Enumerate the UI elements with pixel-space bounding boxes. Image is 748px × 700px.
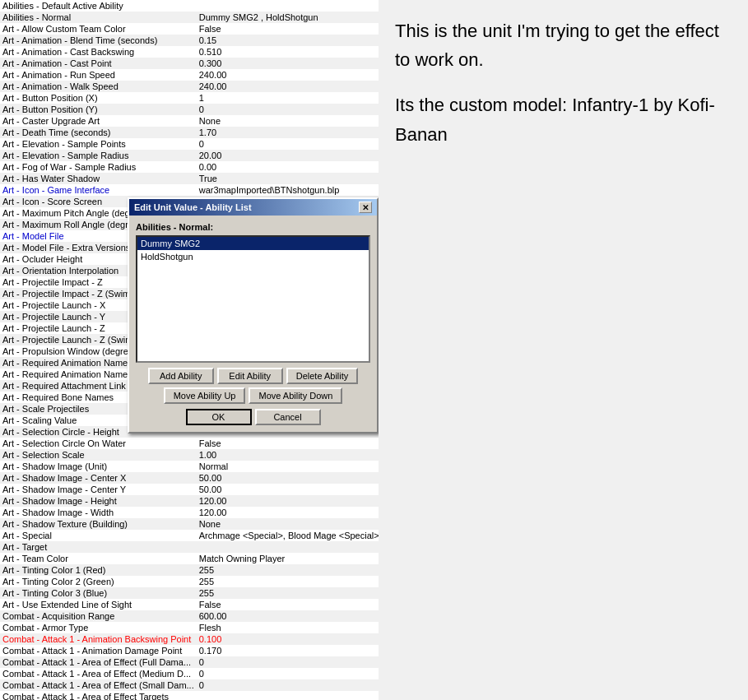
dialog-body: Abilities - Normal: Dummy SMG2HoldShotgu… [129, 216, 377, 432]
right-text-1: This is the unit I'm trying to get the e… [395, 16, 732, 74]
property-value: 0 [197, 138, 379, 150]
property-name: Art - Tinting Color 1 (Red) [0, 564, 197, 576]
property-name: Art - Allow Custom Team Color [0, 23, 197, 35]
table-row: Art - Has Water ShadowTrue [0, 173, 379, 184]
table-row: Combat - Armor TypeFlesh [0, 622, 379, 633]
property-name: Art - Animation - Cast Backswing [0, 46, 197, 58]
property-value: war3mapImported\BTNshotgun.blp [197, 184, 379, 196]
table-row: Art - Animation - Cast Backswing0.510 [0, 46, 379, 58]
table-row: Art - Button Position (Y)0 [0, 104, 379, 115]
property-value: Flesh [197, 622, 379, 633]
property-name: Abilities - Normal [0, 12, 197, 23]
add-ability-button[interactable]: Add Ability [148, 368, 214, 384]
property-name: Art - Selection Circle On Water [0, 438, 197, 449]
property-value: 240.00 [197, 81, 379, 92]
property-value: 1.00 [197, 449, 379, 461]
table-row: Art - Animation - Cast Point0.300 [0, 58, 379, 69]
property-value: 0 [197, 656, 379, 668]
property-value: 255 [197, 564, 379, 576]
property-name: Combat - Attack 1 - Animation Backswing … [0, 633, 197, 645]
table-row: Art - Use Extended Line of SightFalse [0, 599, 379, 610]
table-row: Art - Shadow Texture (Building)None [0, 518, 379, 530]
table-row: Art - Shadow Image - Width120.00 [0, 507, 379, 518]
table-row: Art - Fog of War - Sample Radius0.00 [0, 161, 379, 173]
table-row: Art - Shadow Image - Height120.00 [0, 495, 379, 507]
right-text-2: Its the custom model: Infantry-1 by Kofi… [395, 90, 732, 148]
property-value [197, 541, 379, 553]
property-value: 600.00 [197, 610, 379, 622]
property-name: Art - Animation - Blend Time (seconds) [0, 35, 197, 46]
table-row: Art - Animation - Blend Time (seconds)0.… [0, 35, 379, 46]
property-value: 0 [197, 104, 379, 115]
list-item[interactable]: Dummy SMG2 [137, 237, 369, 250]
table-row: Combat - Attack 1 - Area of Effect (Smal… [0, 679, 379, 691]
property-name: Art - Animation - Cast Point [0, 58, 197, 69]
dialog-listbox[interactable]: Dummy SMG2HoldShotgun [136, 235, 370, 363]
dialog-close-button[interactable]: ✕ [359, 202, 372, 213]
table-row: Art - Elevation - Sample Points0 [0, 138, 379, 150]
table-row: Abilities - Default Active Ability [0, 0, 379, 12]
list-item[interactable]: HoldShotgun [137, 250, 369, 263]
edit-ability-dialog: Edit Unit Value - Ability List ✕ Abiliti… [128, 197, 379, 433]
property-value: Archmage <Special>, Blood Mage <Special>… [197, 530, 379, 541]
property-value: Normal [197, 461, 379, 472]
property-name: Art - Animation - Walk Speed [0, 81, 197, 92]
property-name: Art - Shadow Image - Height [0, 495, 197, 507]
property-value: False [197, 438, 379, 449]
table-row: Art - Tinting Color 3 (Blue)255 [0, 587, 379, 599]
property-name: Art - Elevation - Sample Points [0, 138, 197, 150]
table-row: Combat - Attack 1 - Animation Backswing … [0, 633, 379, 645]
table-row: Art - Tinting Color 2 (Green)255 [0, 576, 379, 587]
property-name: Art - Death Time (seconds) [0, 127, 197, 138]
table-row: Abilities - NormalDummy SMG2 , HoldShotg… [0, 12, 379, 23]
property-name: Art - Use Extended Line of Sight [0, 599, 197, 610]
table-row: Art - Selection Scale1.00 [0, 449, 379, 461]
property-name: Combat - Armor Type [0, 622, 197, 633]
property-value [197, 691, 379, 700]
property-value: 0.300 [197, 58, 379, 69]
property-value: 0 [197, 679, 379, 691]
property-value: 20.00 [197, 150, 379, 161]
property-name: Art - Caster Upgrade Art [0, 115, 197, 127]
property-name: Art - Shadow Image (Unit) [0, 461, 197, 472]
move-up-button[interactable]: Move Ability Up [164, 387, 246, 404]
property-value: 0.100 [197, 633, 379, 645]
cancel-button[interactable]: Cancel [255, 409, 321, 425]
property-name: Art - Fog of War - Sample Radius [0, 161, 197, 173]
property-value: 1.70 [197, 127, 379, 138]
table-row: Art - Team ColorMatch Owning Player [0, 553, 379, 564]
table-row: Combat - Attack 1 - Area of Effect Targe… [0, 691, 379, 700]
property-name: Art - Team Color [0, 553, 197, 564]
table-row: Art - Shadow Image - Center Y50.00 [0, 484, 379, 495]
table-row: Art - Death Time (seconds)1.70 [0, 127, 379, 138]
property-name: Abilities - Default Active Ability [0, 0, 197, 12]
right-panel: This is the unit I'm trying to get the e… [379, 0, 748, 700]
property-value: False [197, 23, 379, 35]
property-name: Art - Shadow Image - Width [0, 507, 197, 518]
property-name: Art - Elevation - Sample Radius [0, 150, 197, 161]
property-value: 1 [197, 92, 379, 104]
property-name: Art - Has Water Shadow [0, 173, 197, 184]
property-name: Art - Tinting Color 3 (Blue) [0, 587, 197, 599]
property-value: True [197, 173, 379, 184]
property-value: 0 [197, 668, 379, 679]
property-value: None [197, 518, 379, 530]
property-value: 0.170 [197, 645, 379, 656]
table-row: Combat - Attack 1 - Animation Damage Poi… [0, 645, 379, 656]
property-value: False [197, 599, 379, 610]
edit-ability-button[interactable]: Edit Ability [217, 368, 283, 384]
property-name: Art - Selection Scale [0, 449, 197, 461]
property-name: Combat - Attack 1 - Area of Effect (Medi… [0, 668, 197, 679]
property-value: 120.00 [197, 507, 379, 518]
property-name: Combat - Attack 1 - Area of Effect (Full… [0, 656, 197, 668]
delete-ability-button[interactable]: Delete Ability [286, 368, 359, 384]
property-value: 0.510 [197, 46, 379, 58]
property-name: Art - Animation - Run Speed [0, 69, 197, 81]
move-down-button[interactable]: Move Ability Down [249, 387, 342, 404]
property-name: Art - Button Position (Y) [0, 104, 197, 115]
dialog-field-label: Abilities - Normal: [136, 222, 370, 232]
ok-button[interactable]: OK [186, 409, 252, 425]
table-row: Art - Animation - Walk Speed240.00 [0, 81, 379, 92]
table-row: Art - Button Position (X)1 [0, 92, 379, 104]
table-row: Art - Animation - Run Speed240.00 [0, 69, 379, 81]
